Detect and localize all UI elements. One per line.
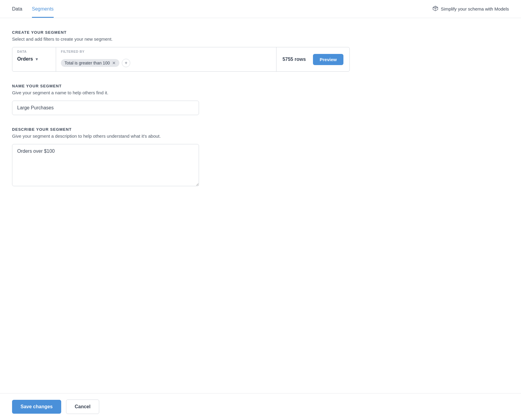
segment-name-input[interactable] <box>12 101 199 115</box>
orders-label: Orders <box>17 56 33 62</box>
main-content: CREATE YOUR SEGMENT Select and add filte… <box>0 18 362 235</box>
preview-button[interactable]: Preview <box>313 54 343 65</box>
describe-segment-title: DESCRIBE YOUR SEGMENT <box>12 127 350 132</box>
tab-data[interactable]: Data <box>12 0 22 18</box>
orders-dropdown-button[interactable]: Orders ▼ <box>17 56 39 62</box>
cube-icon <box>432 5 438 12</box>
tab-segments[interactable]: Segments <box>32 0 54 18</box>
data-col-label: DATA <box>17 50 50 53</box>
rows-count: 5755 rows <box>283 57 306 62</box>
header-right: Simplify your schema with Models <box>432 5 509 12</box>
simplify-link[interactable]: Simplify your schema with Models <box>441 6 509 11</box>
chevron-down-icon: ▼ <box>35 57 39 61</box>
filtered-col-label: FILTERED BY <box>61 50 271 53</box>
add-filter-button[interactable]: + <box>122 59 130 67</box>
filter-tag-total: Total is greater than 100 ✕ <box>61 59 119 67</box>
segment-description-textarea[interactable] <box>12 144 199 186</box>
remove-filter-button[interactable]: ✕ <box>112 61 116 65</box>
name-segment-title: NAME YOUR SEGMENT <box>12 84 350 88</box>
create-segment-section: CREATE YOUR SEGMENT Select and add filte… <box>12 30 350 72</box>
create-segment-title: CREATE YOUR SEGMENT <box>12 30 350 35</box>
segment-builder: DATA Orders ▼ FILTERED BY Total is great… <box>12 47 350 72</box>
name-segment-desc: Give your segment a name to help others … <box>12 90 350 95</box>
filter-tag-label: Total is greater than 100 <box>65 61 110 65</box>
filter-tags: Total is greater than 100 ✕ + <box>61 59 271 67</box>
filtered-by-column: FILTERED BY Total is greater than 100 ✕ … <box>56 47 276 71</box>
header-tabs: Data Segments <box>12 0 54 18</box>
data-column: DATA Orders ▼ <box>12 47 56 71</box>
rows-preview-column: 5755 rows Preview <box>276 47 349 71</box>
describe-segment-desc: Give your segment a description to help … <box>12 133 350 139</box>
describe-segment-section: DESCRIBE YOUR SEGMENT Give your segment … <box>12 127 350 187</box>
header: Data Segments Simplify your schema with … <box>0 0 521 18</box>
create-segment-desc: Select and add filters to create your ne… <box>12 36 350 42</box>
name-segment-section: NAME YOUR SEGMENT Give your segment a na… <box>12 84 350 115</box>
